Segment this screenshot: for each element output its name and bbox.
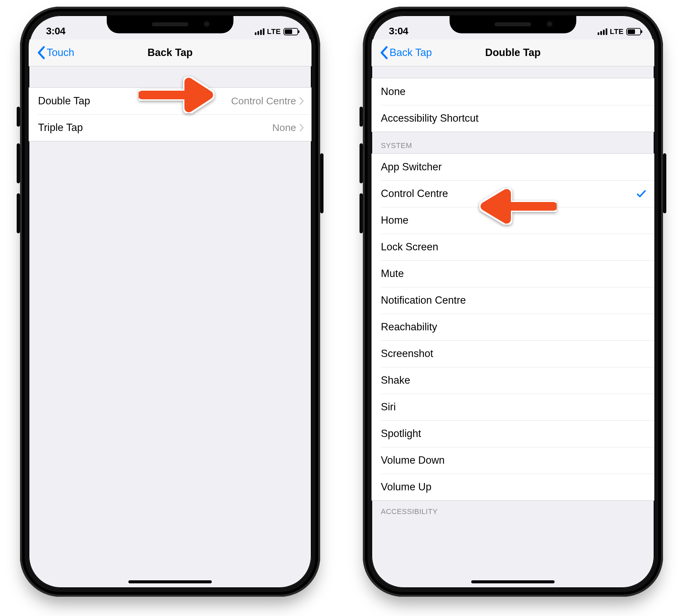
row-reachability[interactable]: Reachability: [371, 314, 654, 340]
signal-icon: [598, 28, 607, 35]
page-title: Back Tap: [147, 47, 193, 59]
annotation-arrow-right: [139, 77, 215, 113]
row-none[interactable]: None: [371, 78, 654, 105]
row-accessibility-shortcut[interactable]: Accessibility Shortcut: [371, 105, 654, 132]
row-label: Lock Screen: [381, 241, 438, 253]
row-value: None: [272, 122, 304, 133]
row-triple-tap[interactable]: Triple Tap None: [29, 114, 312, 141]
signal-icon: [255, 28, 264, 35]
network-label: LTE: [610, 27, 624, 36]
row-label: App Switcher: [381, 161, 442, 173]
speaker-grill: [495, 22, 531, 26]
row-label: Spotlight: [381, 428, 421, 440]
section-header-system: System: [371, 132, 654, 153]
phone-frame-left: 3:04 LTE Touch Back Tap: [20, 7, 320, 597]
row-siri[interactable]: Siri: [371, 394, 654, 420]
volume-up-button: [17, 143, 20, 183]
nav-bar: Touch Back Tap: [29, 39, 312, 66]
chevron-right-icon: [299, 123, 304, 132]
nav-bar: Back Tap Double Tap: [371, 39, 654, 66]
power-button: [663, 153, 666, 213]
screen-left: 3:04 LTE Touch Back Tap: [29, 15, 312, 588]
row-value: Control Centre: [231, 95, 304, 107]
volume-down-button: [360, 193, 363, 233]
mute-switch: [17, 107, 20, 127]
row-shake[interactable]: Shake: [371, 367, 654, 394]
row-label: Triple Tap: [38, 122, 83, 134]
chevron-left-icon: [37, 46, 45, 59]
row-label: Home: [381, 214, 408, 226]
page-title: Double Tap: [485, 47, 540, 59]
content-area: Double Tap Control Centre Triple Tap Non…: [29, 66, 312, 588]
row-label: Accessibility Shortcut: [381, 112, 478, 124]
volume-down-button: [17, 193, 20, 233]
row-label: Reachability: [381, 321, 437, 333]
battery-icon: [626, 28, 641, 35]
content-area[interactable]: None Accessibility Shortcut System App S…: [371, 66, 654, 588]
check-icon: [636, 188, 647, 199]
screen-right: 3:04 LTE Back Tap Double Tap: [371, 15, 654, 588]
back-button[interactable]: Back Tap: [376, 39, 435, 66]
row-label: None: [381, 86, 406, 98]
row-volume-down[interactable]: Volume Down: [371, 447, 654, 474]
back-button[interactable]: Touch: [33, 39, 78, 66]
row-spotlight[interactable]: Spotlight: [371, 420, 654, 447]
status-time: 3:04: [46, 25, 65, 38]
back-label: Touch: [47, 47, 74, 59]
speaker-grill: [152, 22, 188, 26]
home-indicator[interactable]: [128, 580, 212, 583]
top-group: None Accessibility Shortcut: [371, 78, 654, 132]
row-label: Double Tap: [38, 95, 90, 107]
row-label: Mute: [381, 268, 404, 280]
network-label: LTE: [267, 27, 281, 36]
status-time: 3:04: [389, 25, 408, 38]
row-mute[interactable]: Mute: [371, 260, 654, 287]
row-app-switcher[interactable]: App Switcher: [371, 154, 654, 180]
mute-switch: [360, 107, 363, 127]
home-indicator[interactable]: [471, 580, 555, 583]
row-notification-centre[interactable]: Notification Centre: [371, 287, 654, 314]
power-button: [320, 153, 323, 213]
phone-frame-right: 3:04 LTE Back Tap Double Tap: [363, 7, 663, 597]
row-label: Siri: [381, 401, 396, 413]
notch: [450, 15, 576, 33]
back-label: Back Tap: [389, 47, 432, 59]
chevron-right-icon: [299, 97, 304, 105]
annotation-arrow-left: [470, 188, 557, 225]
chevron-left-icon: [380, 46, 388, 59]
battery-icon: [283, 28, 298, 35]
row-label: Screenshot: [381, 348, 433, 360]
volume-up-button: [360, 143, 363, 183]
front-camera: [546, 21, 553, 27]
front-camera: [204, 21, 210, 27]
row-volume-up[interactable]: Volume Up: [371, 474, 654, 500]
row-screenshot[interactable]: Screenshot: [371, 340, 654, 367]
section-header-accessibility: Accessibility: [371, 501, 654, 519]
row-label: Volume Down: [381, 454, 445, 466]
row-label: Volume Up: [381, 481, 431, 493]
row-label: Notification Centre: [381, 294, 466, 306]
row-lock-screen[interactable]: Lock Screen: [371, 234, 654, 260]
row-label: Control Centre: [381, 188, 448, 200]
row-label: Shake: [381, 374, 410, 386]
notch: [107, 15, 233, 33]
